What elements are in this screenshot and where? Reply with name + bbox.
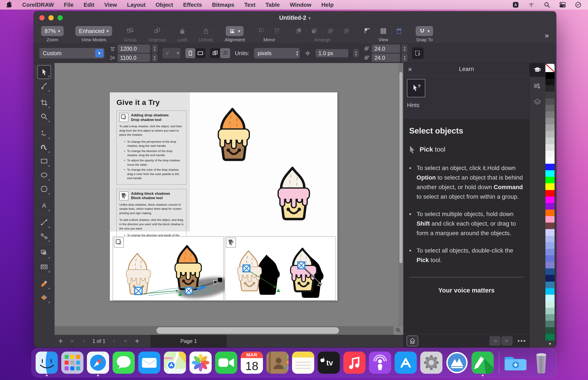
current-page-button[interactable] xyxy=(220,48,230,58)
rulers-button[interactable] xyxy=(363,26,372,36)
duplicate-y-stepper[interactable]: ▴▾ xyxy=(402,54,407,62)
swatch-6673d8[interactable] xyxy=(545,255,554,262)
swatch-2f7cab[interactable] xyxy=(545,282,554,288)
add-page-button-left[interactable]: + xyxy=(55,335,67,347)
swatch-e0e0e0[interactable] xyxy=(545,144,554,151)
menu-item-coreldraw[interactable]: CorelDRAW xyxy=(22,1,54,8)
swatch-ff00ff[interactable] xyxy=(545,196,554,203)
swatch-ff6a00[interactable] xyxy=(545,209,554,216)
zoom-window-button[interactable] xyxy=(58,15,63,20)
swatch-a2cec2[interactable] xyxy=(545,308,554,314)
swatch-27513f[interactable] xyxy=(545,327,554,334)
to-front-button[interactable] xyxy=(294,26,303,36)
swatch-6e4040[interactable] xyxy=(545,223,554,229)
menu-item-effects[interactable]: Effects xyxy=(183,1,202,8)
dock-music[interactable] xyxy=(343,352,366,374)
dock-mail[interactable] xyxy=(138,352,160,374)
swatch-00ffff[interactable] xyxy=(545,170,554,177)
dock-podcasts[interactable] xyxy=(369,352,391,374)
palette-scroll-down-icon[interactable]: ▾ xyxy=(545,341,554,347)
title-bar[interactable]: Untitled-2▾ xyxy=(34,11,556,24)
sketch-cupcake[interactable] xyxy=(119,252,158,296)
all-pages-button[interactable] xyxy=(210,48,220,58)
units-dropdown[interactable]: pixels ▴▾ xyxy=(254,48,300,58)
learn-docker-tab[interactable] xyxy=(529,63,545,77)
grid-button[interactable] xyxy=(378,26,388,36)
swatch-ff9ec6[interactable] xyxy=(545,216,554,223)
swatch-9013d6[interactable] xyxy=(545,203,554,209)
spotlight-icon[interactable] xyxy=(544,1,550,8)
dock-maps[interactable] xyxy=(164,352,186,374)
dock-app-store[interactable] xyxy=(395,352,417,374)
menu-item-file[interactable]: File xyxy=(64,1,74,8)
swatch-00ff00[interactable] xyxy=(545,177,554,183)
ellipse-tool[interactable] xyxy=(37,168,51,182)
dock-coreldraw[interactable] xyxy=(471,352,494,374)
back-button[interactable] xyxy=(489,336,501,346)
pick-tool[interactable] xyxy=(37,65,51,79)
next-page-button[interactable] xyxy=(108,335,120,347)
vertical-scrollbar[interactable] xyxy=(398,63,403,326)
properties-docker-tab[interactable] xyxy=(529,79,545,93)
duplicate-x-field[interactable]: 24.0 xyxy=(372,44,400,53)
dock-downloads[interactable] xyxy=(505,352,527,374)
dock-finder[interactable] xyxy=(36,352,58,374)
swatch-f5f5f5[interactable] xyxy=(545,151,554,157)
minimize-window-button[interactable] xyxy=(48,15,54,20)
shape-tool[interactable] xyxy=(37,79,51,93)
back-one-button[interactable] xyxy=(341,26,351,36)
page-width-field[interactable]: 1200.0 xyxy=(118,44,150,53)
transparency-tool[interactable] xyxy=(37,260,51,274)
connector-tool[interactable] xyxy=(37,229,51,243)
first-page-button[interactable] xyxy=(67,335,78,347)
nudge-distance-field[interactable]: 1.0 px xyxy=(316,49,348,57)
guidelines-button[interactable] xyxy=(394,26,404,36)
sketch-cupcake-2[interactable] xyxy=(231,250,269,293)
swatch-7a7a7a[interactable] xyxy=(545,111,554,118)
dock-messages[interactable] xyxy=(113,352,135,374)
swatch-cccccc[interactable] xyxy=(545,137,554,144)
swatch-8080cf[interactable] xyxy=(545,262,554,268)
mirror-horizontal-button[interactable] xyxy=(257,26,266,36)
wifi-alert-icon[interactable] xyxy=(528,1,534,8)
nudge-stepper[interactable]: ▴▾ xyxy=(353,49,359,57)
swatch-00c3f5[interactable] xyxy=(545,288,554,295)
cupcake-pink-demo[interactable] xyxy=(283,247,324,294)
clock-icon[interactable] xyxy=(575,1,582,8)
horizontal-scrollbar[interactable] xyxy=(55,326,393,335)
apple-menu-icon[interactable] xyxy=(6,1,12,9)
swatch-7d8ce2[interactable] xyxy=(545,249,554,255)
last-page-button[interactable] xyxy=(120,335,131,347)
swatch-aeb8f0[interactable] xyxy=(545,236,554,242)
swatch-b8b8b8[interactable] xyxy=(545,131,554,137)
home-button[interactable] xyxy=(407,336,418,346)
menu-item-bitmaps[interactable]: Bitmaps xyxy=(212,1,234,8)
swatch-101e5e[interactable] xyxy=(545,275,554,281)
zoom-tool[interactable] xyxy=(37,110,51,124)
cupcake-orange[interactable] xyxy=(210,108,258,162)
swatch-ff0000[interactable] xyxy=(545,190,554,196)
dock-calendar[interactable]: MAR18 xyxy=(241,352,263,374)
menu-item-edit[interactable]: Edit xyxy=(84,1,94,8)
zoom-corner-icon[interactable] xyxy=(395,327,402,334)
more-options-icon[interactable]: ••• xyxy=(517,337,526,345)
swatch-3d3d3d[interactable] xyxy=(545,92,554,98)
swatch-0c7c4a[interactable] xyxy=(545,334,554,341)
dock-contacts[interactable] xyxy=(266,352,289,374)
freehand-tool[interactable] xyxy=(37,126,51,140)
dock-system-preferences[interactable] xyxy=(420,352,442,374)
ungroup-button[interactable] xyxy=(152,26,162,36)
duplicate-x-stepper[interactable]: ▴▾ xyxy=(402,44,407,53)
swatch-ffffff[interactable] xyxy=(545,157,554,164)
swatch-282828[interactable] xyxy=(545,85,554,92)
zoom-level-dropdown[interactable]: 87%▾ xyxy=(41,26,64,36)
view-mode-dropdown[interactable]: Enhanced▾ xyxy=(75,26,112,36)
page-tab[interactable]: Page 1 xyxy=(151,335,227,347)
drop-shadow-tool[interactable] xyxy=(37,246,51,260)
page-size-preset-dropdown[interactable]: Custom ▾ xyxy=(39,48,104,58)
swatch-666666[interactable] xyxy=(545,105,554,111)
artistic-media-tool[interactable] xyxy=(37,140,51,154)
swatch-77a296[interactable] xyxy=(545,314,554,321)
menu-item-layout[interactable]: Layout xyxy=(127,1,146,8)
cupcake-pink[interactable] xyxy=(269,167,318,222)
